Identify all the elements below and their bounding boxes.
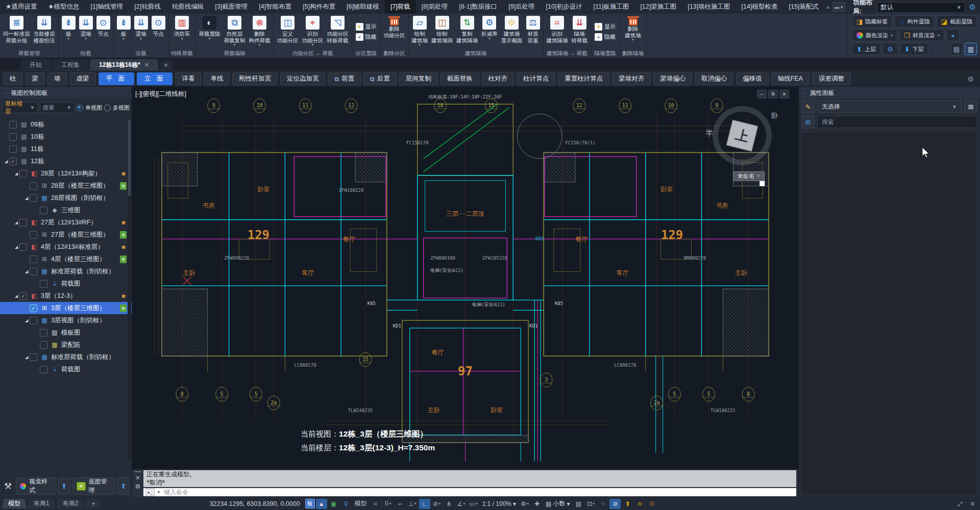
view-compass[interactable]: 半 卧 上 <box>713 106 772 165</box>
menu-item[interactable]: [7]荷载 <box>385 0 416 14</box>
properties-search-input[interactable] <box>817 116 977 128</box>
tree-item[interactable]: ◢▦3层视图（剖切框） <box>0 314 132 326</box>
ribbon-button[interactable]: ◹功能分区 转板荷载 <box>326 15 350 46</box>
properties-panel-header[interactable]: ⁞⁞ 属性面板 <box>799 87 980 99</box>
tree-item[interactable]: ⇣荷载图 <box>0 277 132 290</box>
close-icon[interactable]: ✕ <box>144 62 149 68</box>
menu-item[interactable]: [14]模型检查 <box>736 0 783 14</box>
menu-dropdown[interactable]: ▬ ▾ <box>832 2 845 12</box>
visual-style-up-button[interactable]: ⬆ <box>58 477 70 495</box>
tree-item[interactable]: ◢▦28层视图（剖切框） <box>0 192 132 204</box>
expander-icon[interactable]: ◢ <box>23 196 30 200</box>
ribbon-button[interactable]: ▥消防车▾ <box>173 15 192 40</box>
toolbar-button[interactable]: 梁墙偏心 <box>653 72 692 85</box>
ribbon-toggle-button[interactable]: ◨隐藏标签 <box>852 15 892 28</box>
wrench-icon[interactable]: ⚙ <box>135 483 141 490</box>
ribbon-button[interactable]: ⊗删除 构件荷载▾ <box>248 15 272 46</box>
toolbar-button[interactable]: 柱对齐 <box>482 72 514 85</box>
status-icon[interactable]: ∠▾ <box>456 499 467 509</box>
pick-select-icon[interactable]: ⊠ <box>964 100 977 113</box>
status-icon[interactable]: ∟ <box>419 499 430 509</box>
tree-checkbox[interactable] <box>40 341 47 349</box>
ribbon-button[interactable]: ◐荷载显隐▾ <box>198 15 222 40</box>
status-icon[interactable]: ⚙▾ <box>519 499 530 509</box>
tree-checkbox[interactable] <box>30 182 37 190</box>
toolbar-button[interactable]: 虚梁 <box>70 72 96 85</box>
status-icon[interactable]: ≡ <box>967 499 978 509</box>
expander-icon[interactable]: ◢ <box>13 220 19 225</box>
toolbar-gear-icon[interactable]: ⚙ <box>967 75 977 83</box>
layout-tab[interactable]: 模型 <box>2 499 27 508</box>
tree-checkbox[interactable] <box>9 133 17 141</box>
tree-checkbox[interactable] <box>30 317 37 324</box>
base-map-button[interactable]: ≋ 底图管理 <box>72 477 115 495</box>
tree-checkbox[interactable] <box>19 219 27 226</box>
close-icon[interactable]: ✕ <box>135 474 140 481</box>
tree-item[interactable]: ⊞4层（楼层三维图）≣ <box>0 253 132 265</box>
unnamed-view-button[interactable]: 未命名 ▽ <box>733 171 765 181</box>
ribbon-button[interactable]: ◫绘制 建筑墙洞 <box>430 15 454 46</box>
status-icon[interactable]: ⋔ <box>444 499 455 509</box>
ribbon-mini-button[interactable]: ●隐藏 <box>593 33 618 41</box>
tree-checkbox[interactable] <box>40 366 47 373</box>
status-icon[interactable]: ⊘ <box>609 499 621 509</box>
tree-item[interactable]: ▩梁配筋 <box>0 339 132 351</box>
ribbon-button[interactable]: 删除 功能分区 <box>382 15 407 41</box>
toolbar-button[interactable]: 梁 <box>26 72 45 85</box>
tree-item[interactable]: ▤09栋 <box>0 118 132 131</box>
status-icon[interactable]: ⌗ <box>370 499 381 509</box>
ribbon-toggle-button[interactable]: ◪截面显隐 <box>937 15 977 28</box>
tree-item[interactable]: ◢▦标准层荷载（剖切框） <box>0 351 132 363</box>
new-tab-button[interactable]: + <box>159 60 173 70</box>
tree-item[interactable]: ⊞27层（楼层三维图）≣ <box>0 228 132 241</box>
slab-mode-chip[interactable]: 板 <box>305 499 315 508</box>
pencil-icon[interactable]: ✎ <box>801 100 815 113</box>
status-icon[interactable]: ▭▾ <box>468 499 479 509</box>
ribbon-mini-button[interactable]: ☀显示 <box>593 22 618 31</box>
status-icon[interactable]: ⊘▾ <box>431 499 443 509</box>
ribbon-button[interactable]: ≣同一标准层 荷载分组 <box>2 15 32 46</box>
tools-icon[interactable]: ⚒ <box>2 481 14 492</box>
model-space-label[interactable]: 模型 <box>353 499 369 508</box>
settings-button[interactable]: ⚙ <box>883 43 898 55</box>
menu-item[interactable]: [4]智能布置 <box>253 0 297 14</box>
tree-search-select[interactable]: 搜索 ▼ <box>40 102 75 113</box>
restore-icon[interactable]: ⧉ <box>768 90 778 98</box>
tree-checkbox[interactable] <box>30 256 37 263</box>
status-icon[interactable]: ⚲ <box>340 499 352 509</box>
ribbon-button[interactable]: ⌖识别 功能分区▾ <box>301 15 325 46</box>
ribbon-button[interactable]: ◫定义 功能分区 <box>276 15 300 46</box>
tree-checkbox[interactable] <box>19 243 27 251</box>
menu-item[interactable]: [10]初步设计 <box>541 0 588 14</box>
status-icon[interactable]: ▲ <box>316 499 327 509</box>
menu-item[interactable]: [1]轴线管理 <box>85 0 129 14</box>
ribbon-button[interactable]: ⇊隔墙 转荷载 <box>570 15 590 46</box>
expander-icon[interactable]: ◢ <box>13 171 19 176</box>
tree-item[interactable]: ▤11栋 <box>0 143 132 155</box>
ribbon-mini-button[interactable]: ●隐藏 <box>354 33 379 41</box>
expander-icon[interactable]: ◢ <box>3 159 9 164</box>
tree-checkbox[interactable] <box>40 329 47 337</box>
tree-checkbox[interactable] <box>30 231 37 239</box>
status-icon[interactable]: ⊥▾ <box>407 499 418 509</box>
tree-checkbox[interactable] <box>19 170 27 177</box>
tree-item[interactable]: ◢✓◧3层（12-3）★ <box>0 290 132 302</box>
toolbar-button[interactable]: 单线 <box>204 72 230 85</box>
multi-view-radio[interactable] <box>104 105 111 111</box>
ribbon-mini-button[interactable]: ☀显示 <box>354 22 379 31</box>
toolbar-button[interactable]: 层间复制 <box>399 72 438 85</box>
layout-select[interactable]: 默认 ▼ <box>877 2 965 13</box>
star-icon[interactable]: ★ <box>120 219 127 226</box>
tree-item[interactable]: ▤10栋 <box>0 131 132 143</box>
ribbon-toggle-button[interactable]: ◉构件显隐 <box>894 15 934 28</box>
toolbar-button[interactable]: 取消偏心 <box>695 72 733 85</box>
base-map-up-button[interactable]: ⬆ <box>117 477 130 495</box>
toolbar-button[interactable]: 详看 <box>175 72 201 85</box>
tree-checkbox[interactable] <box>40 280 47 288</box>
ribbon-button[interactable]: ⚖材质 容重 <box>525 15 542 46</box>
ribbon-button[interactable]: 删除 建筑墙▾ <box>623 15 643 41</box>
tree-item[interactable]: ◢▦标准层荷载（剖切框） <box>0 265 132 277</box>
document-tab[interactable]: 工程集 <box>52 59 89 70</box>
toolbar-button[interactable]: 柱 <box>3 72 23 85</box>
minimize-icon[interactable]: — <box>757 90 767 98</box>
